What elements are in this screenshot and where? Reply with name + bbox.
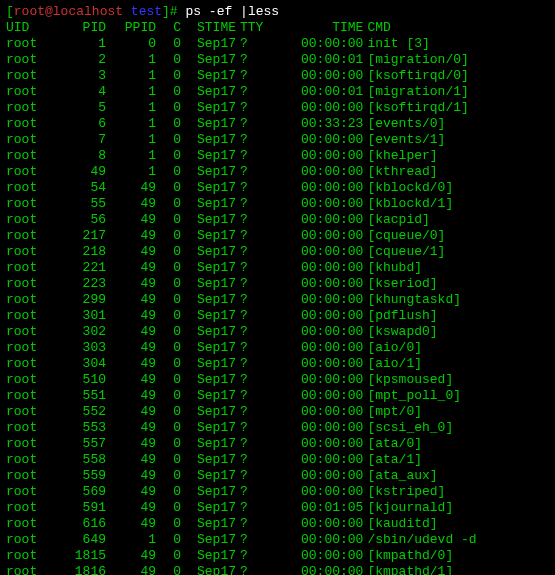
cell-stime: Sep17 [181, 548, 236, 564]
cell-stime: Sep17 [181, 212, 236, 228]
cell-tty: ? [236, 148, 263, 164]
col-time: TIME [263, 20, 363, 36]
cell-time: 00:00:00 [263, 260, 363, 276]
cell-c: 0 [156, 372, 181, 388]
cell-stime: Sep17 [181, 148, 236, 164]
cell-c: 0 [156, 292, 181, 308]
cell-pid: 301 [46, 308, 106, 324]
cell-tty: ? [236, 196, 263, 212]
cell-time: 00:00:00 [263, 516, 363, 532]
cell-time: 00:00:00 [263, 484, 363, 500]
cell-cmd: [kstriped] [363, 484, 547, 500]
cell-tty: ? [236, 564, 263, 575]
table-row: root55490Sep17?00:00:00[kblockd/1] [6, 196, 547, 212]
cell-c: 0 [156, 132, 181, 148]
shell-prompt[interactable]: [root@localhost test]# ps -ef |less [6, 4, 549, 20]
cell-uid: root [6, 516, 46, 532]
table-row: root510Sep17?00:00:00[ksoftirqd/1] [6, 100, 547, 116]
prompt-user-host: root@localhost [14, 4, 123, 19]
cell-tty: ? [236, 484, 263, 500]
cell-pid: 221 [46, 260, 106, 276]
cell-pid: 54 [46, 180, 106, 196]
cell-c: 0 [156, 244, 181, 260]
cell-time: 00:00:00 [263, 276, 363, 292]
cell-stime: Sep17 [181, 260, 236, 276]
table-row: root616490Sep17?00:00:00[kauditd] [6, 516, 547, 532]
cell-ppid: 49 [106, 276, 156, 292]
cell-tty: ? [236, 84, 263, 100]
cell-uid: root [6, 180, 46, 196]
cell-cmd: [kmpathd/0] [363, 548, 547, 564]
cell-pid: 552 [46, 404, 106, 420]
cell-cmd: [kauditd] [363, 516, 547, 532]
cell-time: 00:00:01 [263, 52, 363, 68]
cell-uid: root [6, 388, 46, 404]
prompt-command: ps -ef |less [185, 4, 279, 19]
table-row: root218490Sep17?00:00:00[cqueue/1] [6, 244, 547, 260]
cell-time: 00:00:00 [263, 468, 363, 484]
table-row: root553490Sep17?00:00:00[scsi_eh_0] [6, 420, 547, 436]
cell-uid: root [6, 228, 46, 244]
cell-stime: Sep17 [181, 564, 236, 575]
cell-time: 00:00:00 [263, 292, 363, 308]
cell-time: 00:00:00 [263, 388, 363, 404]
cell-ppid: 49 [106, 436, 156, 452]
cell-stime: Sep17 [181, 356, 236, 372]
cell-stime: Sep17 [181, 228, 236, 244]
cell-stime: Sep17 [181, 292, 236, 308]
cell-cmd: [kacpid] [363, 212, 547, 228]
cell-tty: ? [236, 228, 263, 244]
table-row: root217490Sep17?00:00:00[cqueue/0] [6, 228, 547, 244]
cell-uid: root [6, 532, 46, 548]
cell-tty: ? [236, 132, 263, 148]
table-row: root552490Sep17?00:00:00[mpt/0] [6, 404, 547, 420]
cell-time: 00:00:00 [263, 244, 363, 260]
cell-stime: Sep17 [181, 452, 236, 468]
cell-cmd: [cqueue/0] [363, 228, 547, 244]
cell-ppid: 49 [106, 260, 156, 276]
cell-time: 00:00:00 [263, 356, 363, 372]
table-row: root569490Sep17?00:00:00[kstriped] [6, 484, 547, 500]
table-row: root710Sep17?00:00:00[events/1] [6, 132, 547, 148]
cell-ppid: 49 [106, 420, 156, 436]
cell-cmd: [kblockd/1] [363, 196, 547, 212]
cell-uid: root [6, 324, 46, 340]
cell-uid: root [6, 548, 46, 564]
cell-pid: 1 [46, 36, 106, 52]
cell-uid: root [6, 84, 46, 100]
cell-time: 00:00:00 [263, 36, 363, 52]
cell-time: 00:00:00 [263, 436, 363, 452]
cell-stime: Sep17 [181, 52, 236, 68]
cell-ppid: 49 [106, 356, 156, 372]
cell-ppid: 49 [106, 292, 156, 308]
cell-c: 0 [156, 388, 181, 404]
cell-pid: 302 [46, 324, 106, 340]
cell-tty: ? [236, 420, 263, 436]
cell-pid: 649 [46, 532, 106, 548]
cell-tty: ? [236, 308, 263, 324]
cell-pid: 3 [46, 68, 106, 84]
col-cmd: CMD [363, 20, 547, 36]
cell-pid: 558 [46, 452, 106, 468]
cell-ppid: 49 [106, 484, 156, 500]
table-row: root54490Sep17?00:00:00[kblockd/0] [6, 180, 547, 196]
cell-ppid: 1 [106, 116, 156, 132]
process-table: UID PID PPID C STIME TTY TIME CMD root10… [6, 20, 547, 575]
col-pid: PID [46, 20, 106, 36]
table-row: root223490Sep17?00:00:00[kseriod] [6, 276, 547, 292]
cell-uid: root [6, 564, 46, 575]
cell-stime: Sep17 [181, 116, 236, 132]
cell-c: 0 [156, 420, 181, 436]
cell-c: 0 [156, 468, 181, 484]
cell-ppid: 49 [106, 372, 156, 388]
cell-pid: 304 [46, 356, 106, 372]
cell-tty: ? [236, 100, 263, 116]
cell-pid: 7 [46, 132, 106, 148]
cell-pid: 218 [46, 244, 106, 260]
cell-stime: Sep17 [181, 372, 236, 388]
cell-ppid: 1 [106, 84, 156, 100]
cell-stime: Sep17 [181, 388, 236, 404]
cell-stime: Sep17 [181, 420, 236, 436]
cell-tty: ? [236, 276, 263, 292]
table-row: root301490Sep17?00:00:00[pdflush] [6, 308, 547, 324]
